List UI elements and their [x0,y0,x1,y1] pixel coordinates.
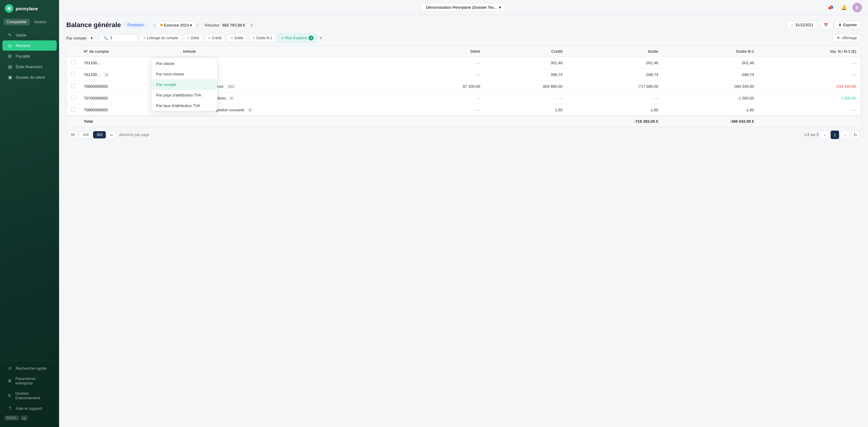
total-label: Total [80,116,408,127]
sidebar-item-revision[interactable]: ◎ Révision [2,40,57,51]
eye-icon: 👁 [837,36,840,40]
dossier-button[interactable]: Démonstration Pennylane (Dossier Tes... … [421,3,505,12]
row-checkbox[interactable] [71,107,75,112]
dropdown-item-par-pays-tva[interactable]: Par pays d'attribution TVA [151,90,217,100]
search-input[interactable] [110,36,134,40]
filter-solde-label: Solde [234,36,244,40]
dropdown-item-par-sous-classe[interactable]: Par sous-classe [151,69,217,79]
abonnement-icon: ↻ [7,393,12,398]
row-checkbox[interactable] [71,84,75,88]
export-button[interactable]: ⬇ Exporter [835,21,861,29]
gear-icon: ⚙ [7,378,12,383]
filter-credit-button[interactable]: ≡ Crédit [205,34,225,42]
sidebar-item-aide[interactable]: ? Aide et support [2,403,57,414]
sidebar-item-dossier-client[interactable]: ▣ Dossier du client [2,72,57,82]
sidebar-item-etats-financiers[interactable]: ▤ États financiers [2,62,57,72]
toolbar-right: 👁 Affichage [833,34,861,42]
filter-lettrage-button[interactable]: ≡ Lettrage du compte [140,34,181,42]
tab-gestion[interactable]: Gestion [31,19,50,25]
svg-point-1 [8,7,10,10]
download-icon: ⬇ [838,23,841,27]
sidebar-item-label: Paramètres entreprise [16,376,52,386]
next-exercice-button[interactable]: › [197,23,198,27]
exercice-button[interactable]: Exercice 2023 ▾ [157,22,195,29]
dropdown-item-par-classe[interactable]: Par classe [151,58,217,69]
debit-value: 87 200,00 [408,81,484,92]
row-checkbox[interactable] [71,60,75,64]
sidebar-item-label: Gestion d'abonnement [16,391,52,400]
dossier-icon: ▣ [7,75,13,80]
fiscalite-icon: ⊞ [7,54,13,59]
prev-page-button[interactable]: ‹ [820,130,829,139]
more-options-button[interactable]: ≡ Plus d'options 4 [278,34,317,42]
solde-n1-value: -1,80 [662,104,758,116]
dropdown-item-par-compte[interactable]: Par compte [151,79,217,90]
pagination-right: 1-5 sur 5 ‹ 1 › ↻ [804,130,860,139]
filter-credit-label: Crédit [212,36,221,40]
sidebar-item-label: Dossier du client [16,75,44,80]
row-checkbox[interactable] [71,95,75,100]
credit-value: 1,80 [484,104,567,116]
total-credit [484,116,567,127]
sidebar-nav: ✎ Saisie ◎ Révision ⊞ Fiscalité ▤ États … [0,27,59,360]
total-solde-n1: -386 042,00 € [662,116,758,127]
col-solde: Solde [567,46,663,57]
sidebar-logo[interactable]: pennylane [0,0,59,17]
credit-value: — [484,92,567,104]
col-intitule: Intitulé [179,46,408,57]
par-compte-dropdown-button[interactable]: ▾ [88,34,95,41]
bell-button[interactable]: 🔔 [839,3,849,12]
sidebar-item-recherche-rapide[interactable]: ⊙ Recherche rapide [2,363,57,373]
refresh-icon[interactable]: ↻ [250,23,253,27]
exercice-dot [160,24,163,26]
sidebar-item-label: Fiscalité [16,54,30,59]
filter-count-badge: 4 [309,36,313,40]
sidebar-item-saisie[interactable]: ✎ Saisie [2,30,57,40]
sidebar-item-label: Aide et support [16,406,42,411]
var-value: 1 000,00 [758,92,861,104]
solde-n1-value: -384 340,00 [662,81,758,92]
prev-exercice-button[interactable]: ‹ [154,23,155,27]
logo-icon [5,4,13,13]
revision-icon: ◎ [7,43,13,48]
date-button[interactable]: ✓ 31/12/2021 [786,21,817,29]
row-checkbox[interactable] [71,72,75,76]
tab-comptabilite[interactable]: Comptabilité [4,19,30,25]
filter-debit-label: Débit [191,36,199,40]
search-box: 🔍 [100,34,137,42]
page-refresh-button[interactable]: ↻ [851,130,860,139]
elements-label: éléments par page [119,133,149,137]
filter-solde-button[interactable]: ≡ Solde [227,34,247,42]
megaphone-button[interactable]: 📣 [826,3,835,12]
debit-value: — [408,92,484,104]
prod-badge: PROD. ▲ [0,414,59,422]
next-page-button[interactable]: › [841,130,849,139]
sidebar-item-parametres[interactable]: ⚙ Paramètres entreprise [2,374,57,388]
page-size-100[interactable]: 100 [79,131,92,139]
help-icon: ? [7,406,13,411]
chevron-down-icon: ▾ [190,23,192,27]
pagination-bar: 50 100 300 ∞ éléments par page 1-5 sur 5… [66,127,861,140]
calendar-button[interactable]: 📅 [820,21,832,29]
col-credit: Crédit [484,46,567,57]
page-size-300[interactable]: 300 [93,131,106,139]
sidebar-item-fiscalite[interactable]: ⊞ Fiscalité [2,51,57,61]
filter-debit-button[interactable]: ≡ Débit [184,34,203,42]
sidebar-item-abonnement[interactable]: ↻ Gestion d'abonnement [2,388,57,403]
filter-icon: ≡ [143,36,145,40]
filter-lettrage-label: Lettrage du compte [147,36,178,40]
dropdown-item-par-taux-tva[interactable]: Par taux d'attribution TVA [151,100,217,111]
search-icon: 🔍 [103,36,108,40]
solde-n1-value: -398,74 [662,69,758,81]
affichage-button[interactable]: 👁 Affichage [833,34,861,42]
close-filter-button[interactable]: ✕ [319,36,323,40]
page-1-button[interactable]: 1 [831,130,839,139]
col-solde-n1: Solde N-1 [662,46,758,57]
page-size-50[interactable]: 50 [67,131,78,139]
user-avatar-button[interactable]: E [852,3,862,12]
solde-value: -717 680,00 [567,81,663,92]
page-size-infinity[interactable]: ∞ [107,131,116,139]
page-header: Balance générale Provisoire ‹ Exercice 2… [66,21,861,29]
filter-solde-n1-button[interactable]: ≡ Solde N-1 [249,34,276,42]
filter-icon: ≡ [230,36,233,40]
